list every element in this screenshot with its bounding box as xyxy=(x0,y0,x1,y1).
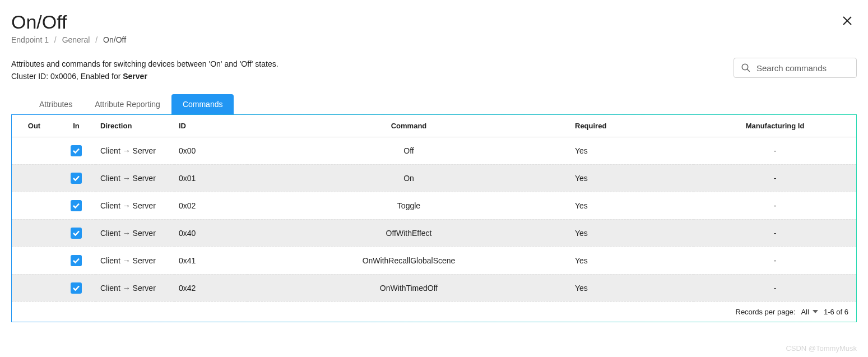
search-box[interactable] xyxy=(734,58,857,78)
th-id: ID xyxy=(174,115,247,137)
cell-required: Yes xyxy=(570,247,694,274)
cell-mfg: - xyxy=(694,219,856,247)
cell-id: 0x42 xyxy=(174,274,247,302)
th-in: In xyxy=(57,115,96,137)
breadcrumb-endpoint[interactable]: Endpoint 1 xyxy=(11,35,49,44)
th-out: Out xyxy=(12,115,57,137)
check-icon xyxy=(72,284,80,292)
desc-prefix: Cluster ID: 0x0006, Enabled for xyxy=(11,72,123,81)
svg-line-1 xyxy=(747,69,750,72)
cell-mfg: - xyxy=(694,164,856,192)
commands-table-container: Out In Direction ID Command Required Man… xyxy=(11,114,857,322)
close-button[interactable] xyxy=(838,11,857,31)
cell-in xyxy=(57,219,96,247)
cell-out xyxy=(12,219,57,247)
cell-required: Yes xyxy=(570,192,694,219)
in-checkbox[interactable] xyxy=(71,145,82,156)
breadcrumb-current: On/Off xyxy=(103,35,126,44)
cell-command: Toggle xyxy=(247,192,570,219)
cluster-description: Attributes and commands for switching de… xyxy=(11,58,278,83)
cell-command: OnWithRecallGlobalScene xyxy=(247,247,570,274)
cell-in xyxy=(57,164,96,192)
svg-point-0 xyxy=(742,64,748,70)
table-row: Client → Server0x01OnYes- xyxy=(12,164,856,192)
in-checkbox[interactable] xyxy=(71,200,82,211)
tabs: Attributes Attribute Reporting Commands xyxy=(28,94,857,114)
table-row: Client → Server0x02ToggleYes- xyxy=(12,192,856,219)
cell-out xyxy=(12,274,57,302)
table-row: Client → Server0x41OnWithRecallGlobalSce… xyxy=(12,247,856,274)
check-icon xyxy=(72,202,80,210)
in-checkbox[interactable] xyxy=(71,255,82,266)
cell-in xyxy=(57,137,96,164)
cell-out xyxy=(12,192,57,219)
cell-command: OffWithEffect xyxy=(247,219,570,247)
records-per-page-select[interactable]: All xyxy=(801,308,818,316)
breadcrumb-sep: / xyxy=(95,35,98,44)
in-checkbox[interactable] xyxy=(71,228,82,239)
cell-out xyxy=(12,164,57,192)
breadcrumb: Endpoint 1 / General / On/Off xyxy=(11,35,126,44)
tab-commands[interactable]: Commands xyxy=(171,94,234,114)
chevron-down-icon xyxy=(813,310,818,313)
cell-in xyxy=(57,274,96,302)
cell-in xyxy=(57,247,96,274)
cell-direction: Client → Server xyxy=(96,219,174,247)
search-input[interactable] xyxy=(756,63,850,73)
cell-required: Yes xyxy=(570,219,694,247)
table-row: Client → Server0x42OnWithTimedOffYes- xyxy=(12,274,856,302)
cell-out xyxy=(12,247,57,274)
cell-direction: Client → Server xyxy=(96,247,174,274)
cell-id: 0x40 xyxy=(174,219,247,247)
table-row: Client → Server0x40OffWithEffectYes- xyxy=(12,219,856,247)
cell-required: Yes xyxy=(570,137,694,164)
cell-required: Yes xyxy=(570,274,694,302)
check-icon xyxy=(72,147,80,155)
breadcrumb-general[interactable]: General xyxy=(62,35,90,44)
table-row: Client → Server0x00OffYes- xyxy=(12,137,856,164)
cell-command: OnWithTimedOff xyxy=(247,274,570,302)
cell-direction: Client → Server xyxy=(96,192,174,219)
records-per-page-value: All xyxy=(801,308,809,316)
th-mfg: Manufacturing Id xyxy=(694,115,856,137)
cell-command: Off xyxy=(247,137,570,164)
in-checkbox[interactable] xyxy=(71,173,82,184)
tab-attribute-reporting[interactable]: Attribute Reporting xyxy=(83,94,171,114)
cell-direction: Client → Server xyxy=(96,164,174,192)
cell-mfg: - xyxy=(694,274,856,302)
in-checkbox[interactable] xyxy=(71,282,82,294)
tab-attributes[interactable]: Attributes xyxy=(28,94,83,114)
cell-id: 0x01 xyxy=(174,164,247,192)
breadcrumb-sep: / xyxy=(54,35,57,44)
check-icon xyxy=(72,229,80,237)
check-icon xyxy=(72,174,80,182)
th-required: Required xyxy=(570,115,694,137)
desc-server: Server xyxy=(123,72,147,81)
cell-direction: Client → Server xyxy=(96,274,174,302)
cell-id: 0x02 xyxy=(174,192,247,219)
commands-table: Out In Direction ID Command Required Man… xyxy=(12,115,856,302)
cell-out xyxy=(12,137,57,164)
th-command: Command xyxy=(247,115,570,137)
close-icon xyxy=(842,16,852,26)
cell-mfg: - xyxy=(694,192,856,219)
check-icon xyxy=(72,257,80,265)
cell-in xyxy=(57,192,96,219)
page-title: On/Off xyxy=(11,11,126,33)
cell-required: Yes xyxy=(570,164,694,192)
cell-mfg: - xyxy=(694,137,856,164)
cell-mfg: - xyxy=(694,247,856,274)
records-range: 1-6 of 6 xyxy=(824,308,848,316)
cell-direction: Client → Server xyxy=(96,137,174,164)
records-per-page-label: Records per page: xyxy=(736,308,796,316)
search-icon xyxy=(741,63,751,73)
cell-id: 0x00 xyxy=(174,137,247,164)
th-direction: Direction xyxy=(96,115,174,137)
table-footer: Records per page: All 1-6 of 6 xyxy=(12,302,856,317)
desc-line1: Attributes and commands for switching de… xyxy=(11,58,278,70)
cell-id: 0x41 xyxy=(174,247,247,274)
cell-command: On xyxy=(247,164,570,192)
